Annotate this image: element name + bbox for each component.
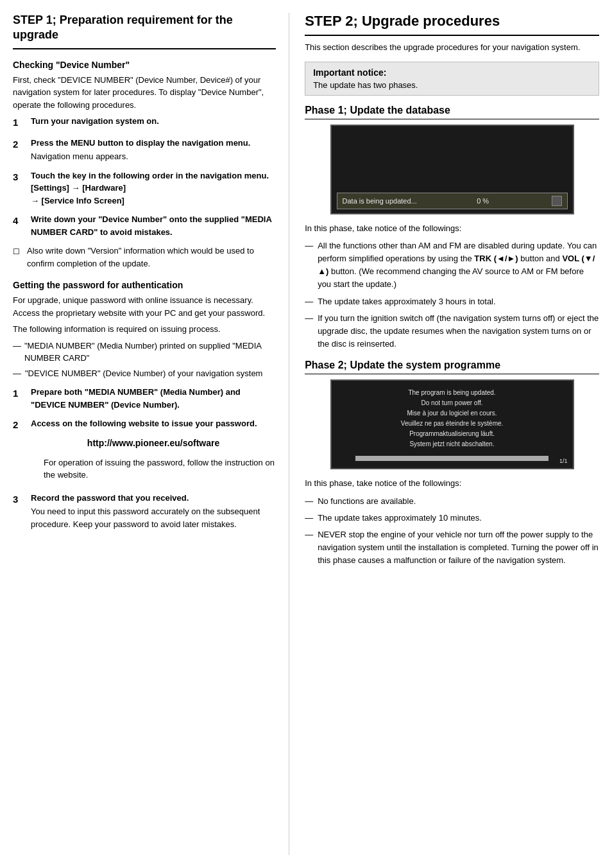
screen-status-text: Data is being updated... bbox=[343, 197, 417, 205]
item-text-bold: Access on the following website to issue… bbox=[31, 419, 257, 428]
bullet-text: No functions are available. bbox=[318, 495, 416, 508]
bullet-item: — If you turn the ignition switch off (t… bbox=[305, 312, 599, 351]
screen-line: The program is being updated. bbox=[401, 388, 504, 398]
bullet-text: All the functions other than AM and FM a… bbox=[318, 239, 599, 291]
screen-line: Programmaktualisierung läuft. bbox=[401, 429, 504, 439]
page: STEP 1; Preparation requirement for the … bbox=[0, 0, 612, 868]
list-item: 2 Press the MENU button to display the n… bbox=[13, 137, 276, 163]
bullet-text: "MEDIA NUMBER" (Media Number) printed on… bbox=[24, 340, 276, 365]
phase2-screen: The program is being updated. Do not tur… bbox=[330, 379, 574, 469]
item-text-bold: Record the password that you received. bbox=[31, 493, 189, 503]
item-text-bold: Press the MENU button to display the nav… bbox=[31, 138, 250, 148]
bullet-text: "DEVICE NUMBER" (Device Number) of your … bbox=[25, 367, 262, 380]
list-item: 1 Turn your navigation system on. bbox=[13, 115, 276, 130]
bullet-text: The update takes approximately 10 minute… bbox=[318, 512, 482, 525]
item-text-bold: Write down your "Device Number" onto the… bbox=[31, 214, 271, 237]
item-number: 3 bbox=[13, 170, 26, 185]
section2-body1: For upgrade, unique password with online… bbox=[13, 294, 276, 319]
list-item: 3 Touch the key in the following order i… bbox=[13, 169, 276, 207]
phase1-intro: In this phase, take notice of the follow… bbox=[305, 222, 599, 235]
phase2-bullets: — No functions are available. — The upda… bbox=[305, 495, 599, 568]
bullet-item: — All the functions other than AM and FM… bbox=[305, 239, 599, 291]
left-column: STEP 1; Preparation requirement for the … bbox=[13, 13, 289, 855]
list-item: 4 Write down your "Device Number" onto t… bbox=[13, 213, 276, 238]
step2-title: STEP 2; Upgrade procedures bbox=[305, 13, 599, 36]
section1-body: First, check "DEVICE NUMBER" (Device Num… bbox=[13, 74, 276, 112]
section2-heading: Getting the password for authentication bbox=[13, 280, 276, 290]
phase1-screen: Data is being updated... 0 % bbox=[330, 125, 574, 214]
item-number: 2 bbox=[13, 137, 26, 152]
url-note: For operation of issuing the password, f… bbox=[44, 456, 276, 482]
bullet-item: "DEVICE NUMBER" (Device Number) of your … bbox=[13, 367, 276, 380]
bullet-item: — The update takes approximately 3 hours… bbox=[305, 295, 599, 308]
item-subtext: Navigation menu appears. bbox=[31, 150, 276, 163]
bullet-item: — NEVER stop the engine of your vehicle … bbox=[305, 528, 599, 567]
phase2-title: Phase 2; Update the system programme bbox=[305, 360, 599, 374]
item-text-bold: Turn your navigation system on. bbox=[31, 116, 159, 126]
item-subtext: You need to input this password accurate… bbox=[31, 505, 276, 530]
screen-line: Do not turn power off. bbox=[401, 398, 504, 408]
bullet-item: "MEDIA NUMBER" (Media Number) printed on… bbox=[13, 340, 276, 365]
list-item: 3 Record the password that you received.… bbox=[13, 492, 276, 531]
checkbox-text: Also write down "Version" information wh… bbox=[27, 245, 276, 270]
section2-bullets: "MEDIA NUMBER" (Media Number) printed on… bbox=[13, 340, 276, 380]
item-number: 2 bbox=[13, 418, 26, 433]
item-number: 1 bbox=[13, 386, 26, 401]
screen-status: Data is being updated... 0 % bbox=[337, 193, 568, 209]
right-column: STEP 2; Upgrade procedures This section … bbox=[289, 13, 599, 855]
notice-box: Important notice: The update has two pha… bbox=[305, 62, 599, 96]
phase2-progress bbox=[355, 456, 548, 461]
item-text-bold: Prepare both "MEDIA NUMBER" (Media Numbe… bbox=[31, 387, 241, 410]
screen-line: Veuillez ne pas éteindre le système. bbox=[401, 419, 504, 429]
bullet-text: If you turn the ignition switch off (the… bbox=[318, 312, 599, 351]
phase2-intro: In this phase, take notice of the follow… bbox=[305, 477, 599, 490]
bullet-item: — The update takes approximately 10 minu… bbox=[305, 512, 599, 525]
item-number: 4 bbox=[13, 214, 26, 229]
bullet-text: NEVER stop the engine of your vehicle no… bbox=[318, 528, 599, 567]
screen-percent: 0 % bbox=[477, 197, 489, 205]
bullet-text: The update takes approximately 3 hours i… bbox=[318, 295, 496, 308]
screen-line: Mise à jour du logiciel en cours. bbox=[401, 408, 504, 419]
list-item: 1 Prepare both "MEDIA NUMBER" (Media Num… bbox=[13, 386, 276, 411]
step1-list: 1 Turn your navigation system on. 2 Pres… bbox=[13, 115, 276, 238]
notice-body: The update has two phases. bbox=[313, 80, 591, 90]
item-number: 1 bbox=[13, 116, 26, 130]
url-text: http://www.pioneer.eu/software bbox=[31, 437, 276, 450]
step2-list: 1 Prepare both "MEDIA NUMBER" (Media Num… bbox=[13, 386, 276, 530]
phase2-screen-text: The program is being updated. Do not tur… bbox=[401, 388, 504, 449]
section2-body2: The following information is required on… bbox=[13, 323, 276, 336]
list-item: 2 Access on the following website to iss… bbox=[13, 417, 276, 485]
notice-title: Important notice: bbox=[313, 67, 591, 78]
phase2-progress-fill bbox=[355, 456, 548, 461]
phase2-bottom: 1/1 bbox=[559, 458, 568, 464]
checkbox-item: ☐ Also write down "Version" information … bbox=[13, 245, 276, 270]
step1-title: STEP 1; Preparation requirement for the … bbox=[13, 13, 276, 49]
checkbox-icon: ☐ bbox=[13, 246, 23, 257]
section1-heading: Checking "Device Number" bbox=[13, 60, 276, 70]
phase1-bullets: — All the functions other than AM and FM… bbox=[305, 239, 599, 351]
screen-line: System jetzt nicht abschalten. bbox=[401, 439, 504, 449]
item-number: 3 bbox=[13, 492, 26, 507]
item-text-bold: Touch the key in the following order in … bbox=[31, 171, 269, 205]
intro-text: This section describes the upgrade proce… bbox=[305, 41, 599, 54]
bullet-item: — No functions are available. bbox=[305, 495, 599, 508]
phase1-title: Phase 1; Update the database bbox=[305, 105, 599, 119]
